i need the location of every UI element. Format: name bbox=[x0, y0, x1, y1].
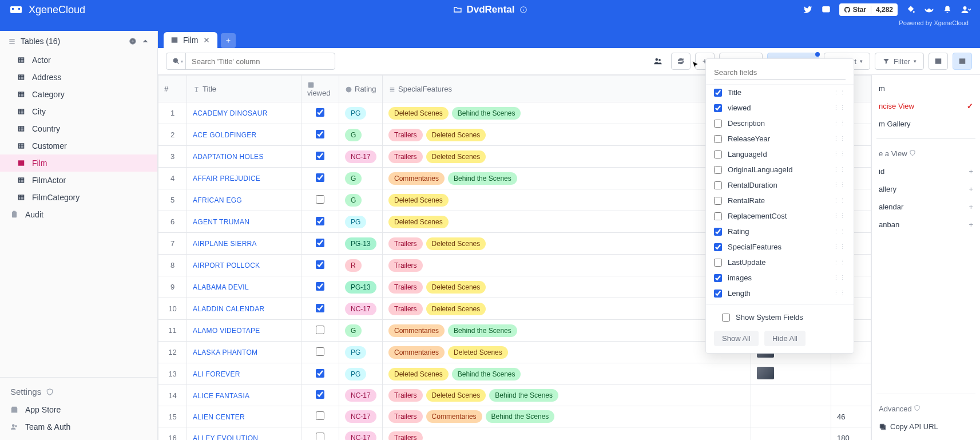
field-checkbox[interactable] bbox=[714, 259, 722, 267]
viewed-checkbox[interactable] bbox=[316, 369, 324, 378]
cell-title[interactable]: ALASKA PHANTOM bbox=[187, 342, 301, 363]
field-toggle-replacementcost[interactable]: ReplacementCost⋮⋮ bbox=[706, 208, 854, 224]
advanced-header[interactable]: Advanced bbox=[876, 401, 975, 417]
tables-header[interactable]: Tables (16) bbox=[0, 31, 157, 51]
field-toggle-images[interactable]: images⋮⋮ bbox=[706, 270, 854, 286]
plus-circle-icon[interactable] bbox=[129, 37, 137, 45]
col-title[interactable]: Title bbox=[187, 76, 301, 102]
toggle-views-button[interactable] bbox=[953, 53, 972, 70]
cell-viewed[interactable] bbox=[301, 233, 339, 255]
viewed-checkbox[interactable] bbox=[316, 260, 324, 269]
cell-rating[interactable]: PG bbox=[339, 211, 383, 233]
cell-title[interactable]: AIRPORT POLLOCK bbox=[187, 255, 301, 276]
cell-rating[interactable]: NC-17 bbox=[339, 385, 383, 406]
cell-features[interactable]: Trailers bbox=[383, 255, 751, 276]
field-toggle-rentalduration[interactable]: RentalDuration⋮⋮ bbox=[706, 177, 854, 193]
cell-features[interactable]: TrailersCommentariesBehind the Scenes bbox=[383, 406, 751, 427]
viewed-checkbox[interactable] bbox=[316, 411, 324, 420]
teamauth-link[interactable]: Team & Auth bbox=[0, 418, 157, 435]
cell-viewed[interactable] bbox=[301, 385, 339, 406]
viewed-checkbox[interactable] bbox=[316, 130, 324, 138]
viewed-checkbox[interactable] bbox=[316, 304, 324, 312]
cell-viewed[interactable] bbox=[301, 102, 339, 124]
viewed-checkbox[interactable] bbox=[316, 326, 324, 334]
cell-title[interactable]: AFRICAN EGG bbox=[187, 189, 301, 211]
cell-title[interactable]: ALLEY EVOLUTION bbox=[187, 427, 301, 440]
field-checkbox[interactable] bbox=[714, 150, 722, 158]
reload-button[interactable] bbox=[671, 53, 691, 70]
col-viewed[interactable]: viewed bbox=[301, 76, 339, 102]
cell-title[interactable]: ALICE FANTASIA bbox=[187, 385, 301, 406]
field-checkbox[interactable] bbox=[714, 104, 722, 112]
field-checkbox[interactable] bbox=[714, 120, 722, 128]
viewed-checkbox[interactable] bbox=[316, 152, 324, 160]
cell-features[interactable]: TrailersDeleted Scenes bbox=[383, 124, 751, 146]
cell-features[interactable]: Deleted ScenesBehind the Scenes bbox=[383, 102, 751, 124]
sidebar-item-category[interactable]: Category bbox=[0, 86, 157, 103]
tab-film[interactable]: Film bbox=[164, 32, 217, 48]
fields-search-input[interactable] bbox=[714, 66, 846, 80]
cell-title[interactable]: ALIEN CENTER bbox=[187, 406, 301, 427]
cell-images[interactable] bbox=[751, 363, 831, 385]
cell-features[interactable]: TrailersDeleted Scenes bbox=[383, 276, 751, 298]
drag-handle-icon[interactable]: ⋮⋮ bbox=[833, 135, 846, 142]
cell-images[interactable] bbox=[751, 385, 831, 406]
cell-features[interactable]: Deleted Scenes bbox=[383, 189, 751, 211]
view-gallery[interactable]: m Gallery bbox=[876, 116, 975, 132]
cell-viewed[interactable] bbox=[301, 255, 339, 276]
col-rating[interactable]: Rating bbox=[339, 76, 383, 102]
cell-title[interactable]: ALAMO VIDEOTAPE bbox=[187, 320, 301, 342]
sidebar-item-film[interactable]: Film bbox=[0, 154, 157, 172]
viewed-checkbox[interactable] bbox=[316, 282, 324, 291]
drag-handle-icon[interactable]: ⋮⋮ bbox=[833, 212, 846, 220]
viewed-checkbox[interactable] bbox=[316, 433, 324, 440]
cell-length[interactable]: 46 bbox=[831, 406, 871, 427]
cell-title[interactable]: ACE GOLDFINGER bbox=[187, 124, 301, 146]
viewed-checkbox[interactable] bbox=[316, 173, 324, 182]
drag-handle-icon[interactable]: ⋮⋮ bbox=[833, 104, 846, 112]
cell-title[interactable]: ALI FOREVER bbox=[187, 363, 301, 385]
cell-rating[interactable]: G bbox=[339, 320, 383, 342]
create-gallery-view[interactable]: allery+ bbox=[876, 181, 975, 197]
close-icon[interactable] bbox=[203, 36, 211, 44]
sidebar-item-filmcategory[interactable]: FilmCategory bbox=[0, 189, 157, 206]
cell-rating[interactable]: NC-17 bbox=[339, 298, 383, 320]
cell-rating[interactable]: NC-17 bbox=[339, 427, 383, 440]
field-checkbox[interactable] bbox=[714, 243, 722, 251]
field-toggle-originallanguageid[interactable]: OriginalLanguageId⋮⋮ bbox=[706, 162, 854, 177]
appstore-link[interactable]: App Store bbox=[0, 401, 157, 418]
field-checkbox[interactable] bbox=[714, 166, 722, 174]
sidebar-item-actor[interactable]: Actor bbox=[0, 51, 157, 69]
cell-title[interactable]: ACADEMY DINOSAUR bbox=[187, 102, 301, 124]
field-checkbox[interactable] bbox=[714, 290, 722, 298]
cell-length[interactable] bbox=[831, 385, 871, 406]
settings-link[interactable]: Settings bbox=[0, 382, 157, 401]
col-specialfeatures[interactable]: SpecialFeatures bbox=[383, 76, 751, 102]
brand[interactable]: XgeneCloud bbox=[9, 3, 85, 17]
field-toggle-releaseyear[interactable]: ReleaseYear⋮⋮ bbox=[706, 131, 854, 146]
drag-handle-icon[interactable]: ⋮⋮ bbox=[833, 259, 846, 266]
cell-features[interactable]: Trailers bbox=[383, 427, 751, 440]
cell-features[interactable]: CommentariesDeleted Scenes bbox=[383, 342, 751, 363]
github-star-button[interactable]: Star 4,282 bbox=[839, 3, 898, 16]
create-calendar-view[interactable]: alendar+ bbox=[876, 199, 975, 215]
audit-link[interactable]: Audit bbox=[0, 206, 157, 223]
chevron-up-icon[interactable] bbox=[141, 37, 149, 45]
cell-features[interactable]: TrailersDeleted Scenes bbox=[383, 146, 751, 168]
cell-rating[interactable]: PG bbox=[339, 102, 383, 124]
add-tab-button[interactable] bbox=[221, 33, 236, 48]
cell-title[interactable]: AFFAIR PREJUDICE bbox=[187, 168, 301, 189]
paint-icon[interactable] bbox=[906, 5, 916, 15]
cell-features[interactable]: Deleted ScenesBehind the Scenes bbox=[383, 363, 751, 385]
view-item[interactable]: m bbox=[876, 81, 975, 96]
viewed-checkbox[interactable] bbox=[316, 195, 324, 204]
drag-handle-icon[interactable]: ⋮⋮ bbox=[833, 243, 846, 251]
cell-viewed[interactable] bbox=[301, 168, 339, 189]
cell-viewed[interactable] bbox=[301, 298, 339, 320]
field-toggle-lastupdate[interactable]: LastUpdate⋮⋮ bbox=[706, 255, 854, 270]
cell-features[interactable]: CommentariesBehind the Scenes bbox=[383, 168, 751, 189]
viewed-checkbox[interactable] bbox=[316, 217, 324, 225]
cell-images[interactable] bbox=[751, 406, 831, 427]
view-concise[interactable]: ncise View✓ bbox=[876, 98, 975, 114]
project-title[interactable]: DvdRental bbox=[453, 4, 527, 15]
